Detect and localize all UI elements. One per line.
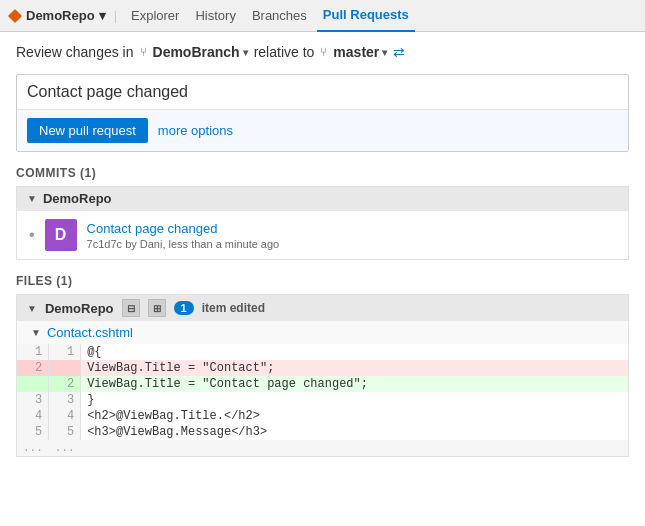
- source-branch-chevron-icon: ▾: [243, 47, 248, 58]
- diff-line-3: 2 ViewBag.Title = "Contact page changed"…: [17, 376, 628, 392]
- pr-box: Contact page changed New pull request mo…: [16, 74, 629, 152]
- commit-bullet-icon: •: [29, 227, 35, 243]
- file-node[interactable]: ▼ Contact.cshtml: [17, 321, 628, 344]
- review-prefix: Review changes in: [16, 44, 134, 60]
- review-header: Review changes in ⑂ DemoBranch ▾ relativ…: [16, 44, 629, 60]
- diff-code-4: }: [81, 392, 628, 408]
- diff-line-2: 2 ViewBag.Title = "Contact";: [17, 360, 628, 376]
- diff-code-5: <h2>@ViewBag.Title.</h2>: [81, 408, 628, 424]
- diff-new-num-6: 5: [49, 424, 81, 440]
- commit-meta: 7c1d7c by Dani, less than a minute ago: [87, 238, 280, 250]
- diff-old-num-2: 2: [17, 360, 49, 376]
- expand-files-icon[interactable]: ⊞: [148, 299, 166, 317]
- files-group-name: DemoRepo: [45, 301, 114, 316]
- pr-actions: New pull request more options: [17, 110, 628, 151]
- commit-info: Contact page changed 7c1d7c by Dani, les…: [87, 221, 280, 250]
- main-content: Review changes in ⑂ DemoBranch ▾ relativ…: [0, 32, 645, 469]
- commits-group-name: DemoRepo: [43, 191, 112, 206]
- diff-new-num-3: 2: [49, 376, 81, 392]
- repo-name: DemoRepo: [26, 8, 95, 23]
- commit-title[interactable]: Contact page changed: [87, 221, 280, 236]
- commits-group-row[interactable]: ▼ DemoRepo: [17, 187, 628, 210]
- diff-ellipsis-new: ...: [49, 440, 81, 456]
- diff-old-num-5: 4: [17, 408, 49, 424]
- commits-list: ▼ DemoRepo • D Contact page changed 7c1d…: [16, 186, 629, 260]
- commits-header: COMMITS (1): [16, 166, 629, 180]
- files-group-triangle-icon: ▼: [27, 303, 37, 314]
- commits-group-triangle-icon: ▼: [27, 193, 37, 204]
- target-branch-icon: ⑂: [320, 45, 327, 59]
- pr-title: Contact page changed: [17, 75, 628, 110]
- diff-line-5: 4 4 <h2>@ViewBag.Title.</h2>: [17, 408, 628, 424]
- diff-code-3: ViewBag.Title = "Contact page changed";: [81, 376, 628, 392]
- diff-code-1: @{: [81, 344, 628, 360]
- diff-ellipsis-row: ... ...: [17, 440, 628, 456]
- swap-branches-icon[interactable]: ⇄: [393, 44, 405, 60]
- diff-new-num-1: 1: [49, 344, 81, 360]
- collapse-files-icon[interactable]: ⊟: [122, 299, 140, 317]
- repo-icon: [8, 9, 22, 23]
- nav-pull-requests[interactable]: Pull Requests: [317, 0, 415, 32]
- file-node-triangle-icon: ▼: [31, 327, 41, 338]
- diff-old-num-1: 1: [17, 344, 49, 360]
- commit-avatar: D: [45, 219, 77, 251]
- diff-new-num-2: [49, 360, 81, 376]
- target-branch-chevron-icon: ▾: [382, 47, 387, 58]
- diff-ellipsis-old: ...: [17, 440, 49, 456]
- new-pull-request-button[interactable]: New pull request: [27, 118, 148, 143]
- item-edited-label: item edited: [202, 301, 265, 315]
- nav-divider: |: [114, 8, 117, 23]
- diff-old-num-4: 3: [17, 392, 49, 408]
- source-branch-icon: ⑂: [140, 45, 147, 59]
- diff-code-2: ViewBag.Title = "Contact";: [81, 360, 628, 376]
- diff-line-1: 1 1 @{: [17, 344, 628, 360]
- target-branch-selector[interactable]: master ▾: [333, 44, 387, 60]
- files-section: FILES (1) ▼ DemoRepo ⊟ ⊞ 1 item edited ▼…: [16, 274, 629, 457]
- diff-line-6: 5 5 <h3>@ViewBag.Message</h3>: [17, 424, 628, 440]
- diff-old-num-3: [17, 376, 49, 392]
- source-branch-name: DemoBranch: [153, 44, 240, 60]
- files-tree: ▼ DemoRepo ⊟ ⊞ 1 item edited ▼ Contact.c…: [16, 294, 629, 457]
- diff-old-num-6: 5: [17, 424, 49, 440]
- target-branch-name: master: [333, 44, 379, 60]
- files-edited-badge: 1: [174, 301, 194, 315]
- nav-explorer[interactable]: Explorer: [125, 0, 185, 32]
- repo-chevron-icon: ▾: [99, 8, 106, 23]
- svg-rect-0: [8, 9, 22, 23]
- files-group-row[interactable]: ▼ DemoRepo ⊟ ⊞ 1 item edited: [17, 295, 628, 321]
- source-branch-selector[interactable]: DemoBranch ▾: [153, 44, 248, 60]
- top-nav: DemoRepo ▾ | Explorer History Branches P…: [0, 0, 645, 32]
- diff-code-6: <h3>@ViewBag.Message</h3>: [81, 424, 628, 440]
- diff-ellipsis-code: [81, 440, 628, 456]
- file-node-name: Contact.cshtml: [47, 325, 133, 340]
- diff-new-num-4: 3: [49, 392, 81, 408]
- diff-line-4: 3 3 }: [17, 392, 628, 408]
- diff-table: 1 1 @{ 2 ViewBag.Title = "Contact"; 2 Vi…: [17, 344, 628, 456]
- repo-selector[interactable]: DemoRepo ▾: [8, 8, 106, 23]
- commits-section: COMMITS (1) ▼ DemoRepo • D Contact page …: [16, 166, 629, 260]
- nav-history[interactable]: History: [189, 0, 241, 32]
- relative-to-label: relative to: [254, 44, 315, 60]
- diff-new-num-5: 4: [49, 408, 81, 424]
- nav-branches[interactable]: Branches: [246, 0, 313, 32]
- more-options-link[interactable]: more options: [158, 123, 233, 138]
- files-header: FILES (1): [16, 274, 629, 288]
- commit-item: • D Contact page changed 7c1d7c by Dani,…: [17, 210, 628, 259]
